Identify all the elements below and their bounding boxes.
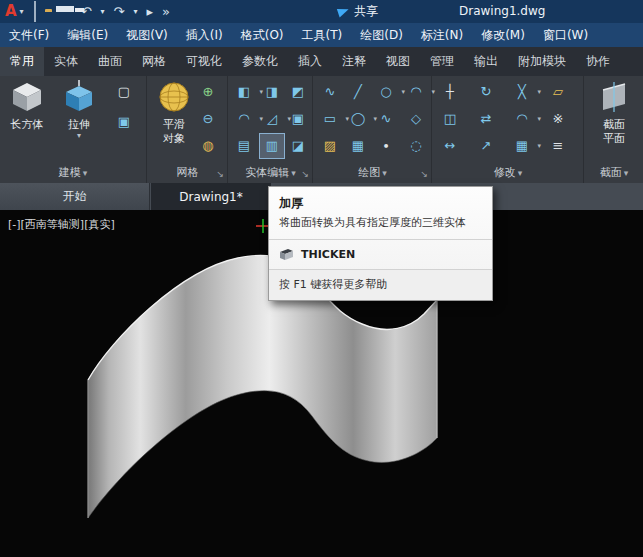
ribbon-tab-parametric[interactable]: 参数化 bbox=[232, 47, 288, 76]
menu-insert[interactable]: 插入(I) bbox=[177, 23, 232, 47]
menu-tools[interactable]: 工具(T) bbox=[293, 23, 352, 47]
viewport-controls[interactable]: [-][西南等轴测][真实] bbox=[8, 217, 115, 232]
polygon-button[interactable]: ◇ bbox=[404, 107, 428, 131]
redo-button[interactable]: ↷ bbox=[114, 2, 125, 22]
undo-dropdown-button[interactable]: ▾ bbox=[101, 2, 105, 22]
file-tab-drawing1[interactable]: Drawing1* bbox=[151, 183, 271, 210]
move-faces-button[interactable]: ◿▾ bbox=[260, 107, 284, 131]
rectangle-icon: ▭ bbox=[324, 111, 336, 126]
polysolid-icon: ▢ bbox=[118, 84, 130, 99]
customize-toolbar-button[interactable]: » bbox=[162, 2, 170, 22]
separate-button[interactable]: ◪ bbox=[286, 134, 310, 158]
panel-modeling: 长方体 拉伸 ▾ ▢ ▣ 建模▾ bbox=[0, 76, 147, 183]
menu-format[interactable]: 格式(O) bbox=[232, 23, 293, 47]
offset-button[interactable]: ≡ bbox=[546, 134, 570, 158]
smooth-object-button[interactable]: 平滑 对象 bbox=[151, 80, 197, 146]
menu-bar: 文件(F) 编辑(E) 视图(V) 插入(I) 格式(O) 工具(T) 绘图(D… bbox=[0, 23, 643, 47]
mesh-dialog-launcher-icon[interactable]: ↘ bbox=[216, 169, 224, 179]
smooth-more-button[interactable]: ⊕ bbox=[196, 80, 220, 104]
ribbon-tab-manage[interactable]: 管理 bbox=[420, 47, 464, 76]
move-button[interactable]: ┼ bbox=[438, 80, 462, 104]
panel-label-modeling[interactable]: 建模▾ bbox=[0, 163, 146, 183]
panel-label-modify[interactable]: 修改▾ bbox=[433, 163, 583, 183]
undo-button[interactable]: ↶ bbox=[81, 2, 92, 22]
thicken-tooltip: 加厚 将曲面转换为具有指定厚度的三维实体 THICKEN 按 F1 键获得更多帮… bbox=[268, 186, 493, 301]
ribbon-tab-addins[interactable]: 附加模块 bbox=[508, 47, 576, 76]
shell-button[interactable]: ▣ bbox=[286, 107, 310, 131]
panel-label-section[interactable]: 截面▾ bbox=[585, 163, 643, 183]
menu-file[interactable]: 文件(F) bbox=[0, 23, 58, 47]
intersect-button[interactable]: ◩ bbox=[286, 80, 310, 104]
panel-label-solid-editing[interactable]: 实体编辑▾ bbox=[229, 163, 312, 183]
ribbon-tab-output[interactable]: 输出 bbox=[464, 47, 508, 76]
ribbon-tab-annotate[interactable]: 注释 bbox=[332, 47, 376, 76]
subtract-button[interactable]: ◨ bbox=[260, 80, 284, 104]
app-menu-button[interactable]: A ▾ bbox=[5, 4, 24, 19]
ellipse-button[interactable]: ◯▾ bbox=[346, 107, 370, 131]
smooth-less-button[interactable]: ⊖ bbox=[196, 107, 220, 131]
menu-window[interactable]: 窗口(W) bbox=[534, 23, 597, 47]
arc-icon: ◠ bbox=[410, 84, 421, 99]
ellipse-icon: ◯ bbox=[351, 111, 366, 126]
share-button[interactable]: 共享 bbox=[338, 0, 378, 23]
extrude-faces-button[interactable]: ◠▾ bbox=[232, 107, 256, 131]
ribbon-tab-visualize[interactable]: 可视化 bbox=[176, 47, 232, 76]
menu-modify[interactable]: 修改(M) bbox=[472, 23, 534, 47]
panel-label-draw[interactable]: 绘图▾ bbox=[314, 163, 431, 183]
revision-cloud-button[interactable]: ◌ bbox=[404, 134, 428, 158]
share-label: 共享 bbox=[354, 3, 378, 20]
polyline-button[interactable]: ∿ bbox=[318, 80, 342, 104]
presspull-button[interactable]: ▣ bbox=[112, 110, 136, 134]
ribbon-tab-insert[interactable]: 插入 bbox=[288, 47, 332, 76]
ribbon-tab-mesh[interactable]: 网格 bbox=[132, 47, 176, 76]
circle-button[interactable]: ○▾ bbox=[374, 80, 398, 104]
extrude-button[interactable]: 拉伸 ▾ bbox=[56, 80, 102, 140]
menu-view[interactable]: 视图(V) bbox=[117, 23, 177, 47]
explode-button[interactable]: ※ bbox=[546, 107, 570, 131]
draw-dialog-launcher-icon[interactable]: ↘ bbox=[420, 169, 428, 179]
line-button[interactable]: ╱ bbox=[346, 80, 370, 104]
new-file-icon bbox=[34, 1, 36, 22]
hatch-button[interactable]: ▨ bbox=[318, 134, 342, 158]
solid-editing-dialog-launcher-icon[interactable]: ↘ bbox=[301, 169, 309, 179]
region-button[interactable]: ▦ bbox=[346, 134, 370, 158]
spline-button[interactable]: ∿ bbox=[374, 107, 398, 131]
section-plane-button[interactable]: 截面 平面 bbox=[591, 80, 637, 146]
array-button[interactable]: ▦▾ bbox=[510, 134, 534, 158]
new-file-button[interactable] bbox=[34, 2, 36, 21]
menu-edit[interactable]: 编辑(E) bbox=[58, 23, 117, 47]
file-tab-start[interactable]: 开始 bbox=[0, 183, 150, 210]
menu-dimension[interactable]: 标注(N) bbox=[412, 23, 472, 47]
stretch-button[interactable]: ↔ bbox=[438, 134, 462, 158]
ribbon-tab-collaborate[interactable]: 协作 bbox=[576, 47, 620, 76]
offset-icon: ≡ bbox=[553, 138, 564, 153]
mirror-button[interactable]: ⇄ bbox=[474, 107, 498, 131]
ribbon-tab-solid[interactable]: 实体 bbox=[44, 47, 88, 76]
play-button[interactable]: ▸ bbox=[146, 2, 153, 22]
copy-icon: ◫ bbox=[444, 111, 456, 126]
rectangle-button[interactable]: ▭▾ bbox=[318, 107, 342, 131]
point-button[interactable]: ∙ bbox=[374, 134, 398, 158]
rotate-button[interactable]: ↻ bbox=[474, 80, 498, 104]
imprint-button[interactable]: ▤ bbox=[232, 134, 256, 158]
copy-button[interactable]: ◫ bbox=[438, 107, 462, 131]
redo-dropdown-button[interactable]: ▾ bbox=[133, 2, 137, 22]
polysolid-button[interactable]: ▢ bbox=[112, 80, 136, 104]
arc-button[interactable]: ◠▾ bbox=[404, 80, 428, 104]
box-button[interactable]: 长方体 bbox=[4, 80, 50, 132]
thicken-button[interactable]: ▥ bbox=[260, 134, 284, 158]
ribbon: 长方体 拉伸 ▾ ▢ ▣ 建模▾ bbox=[0, 76, 643, 183]
erase-button[interactable]: ▱ bbox=[546, 80, 570, 104]
ribbon-tab-surface[interactable]: 曲面 bbox=[88, 47, 132, 76]
ribbon-tab-view[interactable]: 视图 bbox=[376, 47, 420, 76]
dropdown-icon: ▾ bbox=[537, 88, 541, 96]
array-icon: ▦ bbox=[516, 138, 528, 153]
menu-draw[interactable]: 绘图(D) bbox=[351, 23, 412, 47]
ribbon-tab-home[interactable]: 常用 bbox=[0, 47, 44, 76]
fillet-button[interactable]: ◠▾ bbox=[510, 107, 534, 131]
union-button[interactable]: ◧▾ bbox=[232, 80, 256, 104]
refine-mesh-button[interactable]: ◍ bbox=[196, 134, 220, 158]
trim-button[interactable]: ╳▾ bbox=[510, 80, 534, 104]
scale-button[interactable]: ↗ bbox=[474, 134, 498, 158]
panel-label-mesh[interactable]: 网格 bbox=[148, 163, 227, 183]
